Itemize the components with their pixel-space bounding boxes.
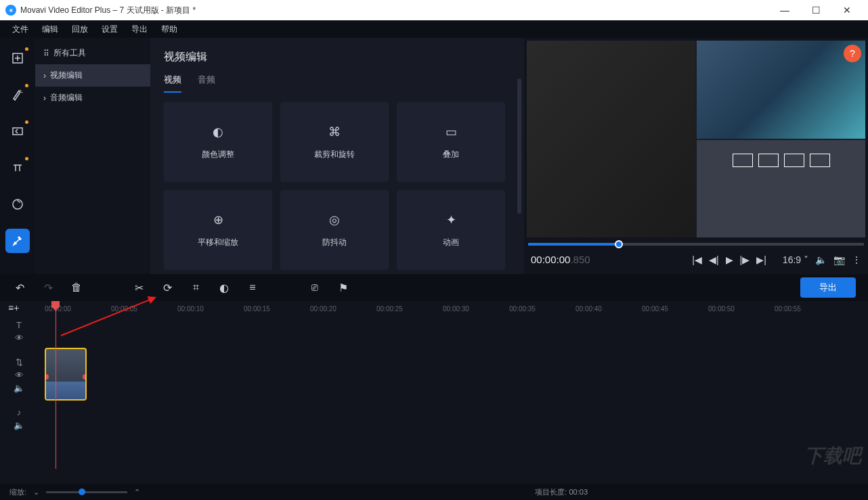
sidebar-item-audio-edit[interactable]: ›音频编辑 [35, 87, 150, 109]
rail-more-tools-button[interactable] [5, 229, 30, 253]
zoom-in-button[interactable]: ⌃ [134, 488, 140, 497]
seekbar-thumb[interactable] [615, 240, 623, 248]
audio-track[interactable]: ♪🔈 [35, 403, 868, 434]
snapshot-button[interactable]: 📷 [833, 254, 845, 265]
aspect-ratio-select[interactable]: 16:9 ˅ [783, 254, 808, 265]
menu-playback[interactable]: 回放 [65, 24, 95, 35]
rail-stickers-button[interactable] [5, 192, 30, 217]
track-mute-icon[interactable]: 🔈 [14, 383, 24, 393]
video-clip[interactable] [45, 348, 87, 401]
timeline-toolbar: ↶ ↷ 🗑 ✂ ⟳ ⌗ ◐ ≡ ⎚ ⚑ 导出 [0, 274, 868, 301]
animation-icon: ✦ [446, 212, 456, 227]
clip-handle-right[interactable] [83, 374, 87, 380]
sidebar-item-all-tools[interactable]: ⠿所有工具 [35, 42, 150, 64]
zoom-slider-thumb[interactable] [79, 488, 85, 495]
crop-button[interactable]: ⌗ [188, 281, 203, 294]
step-forward-button[interactable]: |▶ [740, 254, 750, 265]
app-logo-icon: ✶ [5, 5, 16, 16]
video-track[interactable]: ⇅👁🔈 [35, 346, 868, 403]
sidebar-item-video-edit[interactable]: ›视频编辑 [35, 64, 150, 87]
export-button[interactable]: 导出 [800, 277, 856, 298]
chevron-right-icon: › [43, 93, 46, 103]
sidebar-item-label: 音频编辑 [50, 92, 83, 104]
zoom-label: 缩放: [9, 487, 26, 497]
minimize-button[interactable]: — [769, 5, 800, 16]
delete-button[interactable]: 🗑 [69, 281, 84, 294]
clip-handle-left[interactable] [45, 374, 49, 380]
card-stabilize[interactable]: ◎防抖动 [280, 190, 389, 270]
menu-help[interactable]: 帮助 [154, 24, 184, 35]
track-type-text-icon: T [16, 320, 22, 330]
undo-button[interactable]: ↶ [12, 281, 27, 294]
track-mute-icon[interactable]: 🔈 [14, 420, 24, 430]
preview-seekbar[interactable] [528, 243, 864, 246]
redo-button[interactable]: ↷ [41, 281, 56, 294]
preview-quadrant-right [527, 41, 695, 237]
close-button[interactable]: ✕ [831, 5, 863, 16]
step-back-button[interactable]: ◀| [709, 254, 719, 265]
track-visibility-icon[interactable]: 👁 [15, 370, 24, 380]
next-clip-button[interactable]: ▶| [756, 254, 766, 265]
card-overlay[interactable]: ▭叠加 [397, 102, 505, 182]
rotate-button[interactable]: ⟳ [160, 281, 175, 294]
preview-timecode: 00:00:00.850 [531, 254, 590, 266]
prev-clip-button[interactable]: |◀ [692, 254, 702, 265]
menu-edit[interactable]: 编辑 [35, 24, 65, 35]
card-color-adjust[interactable]: ◐颜色调整 [164, 102, 272, 182]
stabilize-icon: ◎ [329, 212, 340, 227]
card-crop-rotate[interactable]: ⌘裁剪和旋转 [280, 102, 389, 182]
zoom-bar: 缩放: ⌄ ⌃ 项目长度: 00:03 [0, 484, 868, 500]
play-button[interactable]: ▶ [726, 254, 733, 265]
panel-title: 视频编辑 [164, 50, 511, 64]
rail-titles-button[interactable] [5, 156, 30, 180]
sidebar-item-label: 视频编辑 [50, 70, 83, 81]
track-type-audio-icon: ♪ [17, 407, 22, 417]
preview-more-button[interactable]: ⋮ [852, 254, 861, 265]
rail-effects-button[interactable] [5, 83, 30, 107]
window-title: Movavi Video Editor Plus – 7 天试用版 - 新项目 … [20, 5, 196, 16]
chevron-right-icon: › [43, 71, 46, 81]
sidebar-item-label: 所有工具 [53, 47, 86, 59]
track-visibility-icon[interactable]: 👁 [15, 333, 24, 343]
overlay-icon: ▭ [446, 124, 457, 139]
tab-audio[interactable]: 音频 [198, 74, 215, 93]
menu-file[interactable]: 文件 [5, 24, 35, 35]
tab-video[interactable]: 视频 [164, 74, 181, 93]
zoom-slider[interactable] [46, 491, 127, 493]
track-link-icon[interactable]: ⇅ [16, 357, 23, 367]
preview-video[interactable] [527, 41, 865, 237]
preview-quadrant-tl [697, 41, 865, 139]
panel-scrollbar[interactable] [517, 78, 521, 214]
playhead[interactable] [56, 301, 56, 469]
contrast-icon: ◐ [213, 124, 223, 139]
card-animation[interactable]: ✦动画 [397, 190, 505, 270]
svg-rect-1 [13, 128, 22, 135]
card-pan-zoom[interactable]: ⊕平移和缩放 [164, 190, 272, 270]
maximize-button[interactable]: ☐ [800, 5, 831, 16]
marker-button[interactable]: ⚑ [336, 281, 351, 294]
volume-button[interactable]: 🔈 [815, 254, 827, 265]
project-length-label: 项目长度: [535, 488, 567, 496]
rail-import-button[interactable] [5, 46, 30, 70]
timeline-ruler[interactable]: 00:00:00 00:00:05 00:00:10 00:00:15 00:0… [0, 301, 868, 316]
rail-transitions-button[interactable] [5, 119, 30, 143]
color-button[interactable]: ◐ [217, 281, 232, 294]
title-track[interactable]: T👁 [35, 316, 868, 346]
menu-export[interactable]: 导出 [125, 24, 154, 35]
preview-panel: ? 00:00:00.850 |◀ ◀| ▶ |▶ ▶| 16:9 ˅ 🔈 📷 … [524, 38, 868, 274]
adjust-button[interactable]: ≡ [245, 281, 260, 294]
project-length-value: 00:03 [569, 488, 588, 496]
crop-icon: ⌘ [328, 124, 341, 139]
preview-quadrant-bl [697, 140, 865, 238]
tool-rail [0, 38, 35, 274]
menubar: 文件 编辑 回放 设置 导出 帮助 [0, 20, 868, 38]
menu-settings[interactable]: 设置 [95, 24, 125, 35]
timeline: ≡+ 00:00:00 00:00:05 00:00:10 00:00:15 0… [0, 301, 868, 484]
grid-icon: ⠿ [43, 49, 49, 58]
help-button[interactable]: ? [844, 45, 861, 62]
zoom-out-button[interactable]: ⌄ [33, 488, 39, 497]
split-button[interactable]: ✂ [131, 281, 146, 294]
titlebar: ✶ Movavi Video Editor Plus – 7 天试用版 - 新项… [0, 0, 868, 20]
tools-panel: 视频编辑 视频 音频 ◐颜色调整 ⌘裁剪和旋转 ▭叠加 ⊕平移和缩放 ◎防抖动 … [150, 38, 524, 274]
record-button[interactable]: ⎚ [307, 281, 322, 294]
